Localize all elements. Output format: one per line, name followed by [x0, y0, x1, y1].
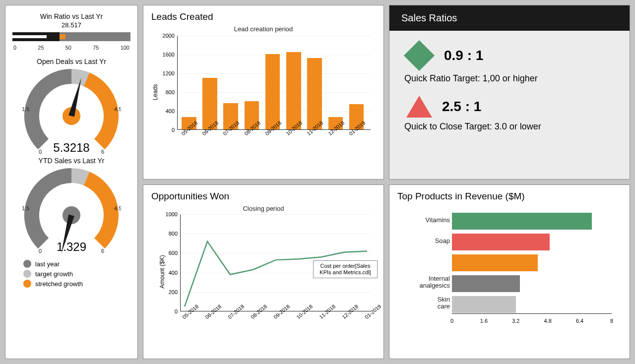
products-title: Top Products in Revenue ($M) [397, 191, 622, 202]
ytd-sales-gauge: 0 1.5 3 4.5 6 1.329 [22, 166, 121, 255]
svg-text:3: 3 [69, 66, 72, 67]
win-ratio-block: Win Ratio vs Last Yr 28.517 0 25 50 75 1… [12, 12, 130, 55]
win-ratio-title: Win Ratio vs Last Yr [12, 12, 130, 20]
svg-text:6: 6 [101, 248, 104, 254]
products-chart: 01.63.24.86.48 VitaminsSoapInternal anal… [397, 210, 622, 334]
triangle-icon [406, 96, 432, 118]
win-ratio-value: 28.517 [12, 21, 130, 29]
leads-chart: 0400800120016002000 05-201806-201807-201… [177, 36, 371, 153]
open-deals-gauge: 0 1.5 3 4.5 6 5.3218 [22, 66, 121, 156]
quick-ratio-target: Quick Ratio Target: 1,00 or higher [404, 73, 615, 84]
sales-ratios-panel: Sales Ratios 0.9 : 1 Quick Ratio Target:… [389, 5, 630, 180]
ytd-sales-block: YTD Sales vs Last Yr 0 1.5 3 4.5 6 1.329 [12, 156, 130, 255]
top-products-panel: Top Products in Revenue ($M) 01.63.24.86… [389, 184, 630, 359]
close-ratio-row: 2.5 : 1 [404, 96, 615, 118]
svg-text:1.5: 1.5 [22, 205, 29, 211]
sidebar-kpi-panel: Win Ratio vs Last Yr 28.517 0 25 50 75 1… [5, 5, 138, 359]
opps-tooltip: Cost per order[Sales KPIs and Metrics.cd… [313, 260, 378, 278]
svg-text:0: 0 [39, 149, 42, 155]
legend-dot-stretched [23, 280, 31, 288]
open-deals-block: Open Deals vs Last Yr 0 1.5 3 4.5 6 5.32… [12, 55, 130, 156]
leads-subtitle: Lead creation period [151, 25, 376, 33]
svg-text:3: 3 [69, 166, 72, 167]
quick-ratio-value: 0.9 : 1 [444, 48, 483, 63]
ytd-sales-title: YTD Sales vs Last Yr [12, 157, 130, 165]
opportunities-won-panel: Opportunities Won Closing period Amount … [143, 184, 384, 359]
close-ratio-target: Quick to Close Target: 3.0 or lower [404, 121, 615, 132]
svg-text:1.5: 1.5 [22, 106, 29, 112]
win-ratio-bullet [12, 31, 130, 43]
svg-text:1.329: 1.329 [57, 240, 86, 253]
ratios-header: Sales Ratios [389, 5, 630, 31]
leads-created-panel: Leads Created Lead creation period Leads… [143, 5, 384, 180]
close-ratio-value: 2.5 : 1 [442, 99, 481, 115]
svg-text:0: 0 [39, 248, 42, 254]
svg-text:4.5: 4.5 [114, 106, 121, 112]
open-deals-title: Open Deals vs Last Yr [12, 58, 130, 65]
opps-title: Opportunities Won [151, 191, 376, 202]
win-ratio-axis: 0 25 50 75 100 [12, 45, 130, 55]
legend-dot-target [23, 270, 31, 278]
svg-text:6: 6 [101, 149, 104, 155]
gauge-legend: last year target growth stretched growth [12, 258, 130, 290]
diamond-icon [404, 40, 435, 71]
legend-dot-last-year [23, 260, 31, 268]
opps-subtitle: Closing period [151, 205, 376, 212]
quick-ratio-row: 0.9 : 1 [404, 42, 615, 69]
svg-text:4.5: 4.5 [114, 205, 121, 211]
svg-text:5.3218: 5.3218 [53, 141, 89, 154]
leads-title: Leads Created [151, 11, 376, 22]
